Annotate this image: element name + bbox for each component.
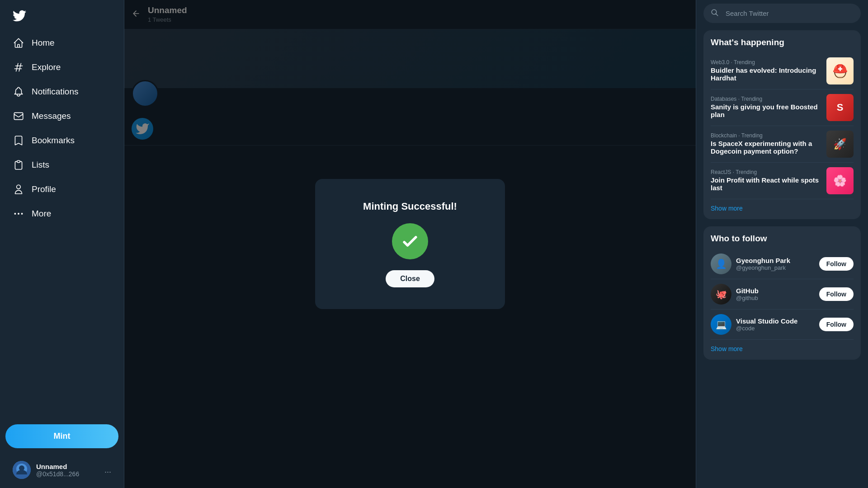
follow-avatar: 👤 [711,253,731,274]
follow-button-vscode[interactable]: Follow [819,318,854,331]
show-more-trending[interactable]: Show more [711,199,854,212]
list-icon [13,159,24,171]
more-icon [13,208,24,220]
trending-item[interactable]: ReactJS · Trending Join Profit with Reac… [711,163,854,199]
sidebar-user[interactable]: Unnamed @0x51d8...266 ... [5,455,118,484]
trending-name: Join Profit with React while spots last [711,176,821,192]
trending-item[interactable]: Blockchain · Trending Is SpaceX experime… [711,126,854,163]
follow-info: Visual Studio Code @code [736,317,815,332]
follow-handle: @github [736,295,815,301]
sidebar-item-lists-label: Lists [32,160,49,170]
twitter-logo[interactable] [5,4,118,30]
avatar [13,461,31,479]
sidebar-item-explore[interactable]: Explore [5,56,118,79]
follow-item: 💻 Visual Studio Code @code Follow [711,310,854,340]
trending-info: Blockchain · Trending Is SpaceX experime… [711,132,821,156]
explore-icon [13,61,24,73]
trending-item[interactable]: Web3.0 · Trending Buidler has evolved: I… [711,53,854,89]
sidebar-item-bookmarks-label: Bookmarks [32,136,75,145]
search-icon [711,9,719,19]
follow-button-github[interactable]: Follow [819,287,854,301]
trending-image: ⛑️ [826,57,854,84]
sidebar-item-more[interactable]: More [5,202,118,225]
follow-item: 🐙 GitHub @github Follow [711,279,854,310]
follow-avatar: 🐙 [711,284,731,305]
modal-title: Minting Successful! [363,201,457,212]
show-more-follow[interactable]: Show more [711,340,854,352]
who-to-follow-widget: Who to follow 👤 Gyeonghun Park @gyeonghu… [703,226,861,360]
trending-item[interactable]: Databases · Trending Sanity is giving yo… [711,89,854,126]
user-handle: @0x51d8...266 [36,470,99,478]
who-to-follow-title: Who to follow [711,234,854,244]
trending-name: Is SpaceX experimenting with a Dogecoin … [711,140,821,155]
search-box [703,4,861,23]
sidebar-nav: Home Explore Notifications Messages [5,32,118,417]
trending-info: ReactJS · Trending Join Profit with Reac… [711,169,821,192]
sidebar-item-messages[interactable]: Messages [5,105,118,127]
trending-image-emoji: 🌸 [833,174,847,187]
trending-category: Blockchain · Trending [711,132,821,139]
follow-name: Visual Studio Code [736,317,815,325]
mint-button[interactable]: Mint [5,424,118,448]
trending-category: Databases · Trending [711,96,821,102]
minting-modal: Minting Successful! Close [315,179,505,309]
trending-category: ReactJS · Trending [711,169,821,175]
follow-info: Gyeonghun Park @gyeonghun_park [736,257,815,271]
trending-name: Sanity is giving you free Boosted plan [711,103,821,118]
search-input[interactable] [703,4,861,23]
whats-happening-widget: What's happening Web3.0 · Trending Buidl… [703,30,861,219]
sidebar-item-notifications[interactable]: Notifications [5,80,118,103]
user-icon [13,183,24,195]
success-check-icon [392,223,428,259]
trending-image-emoji: S [837,102,844,113]
follow-avatar: 💻 [711,314,731,335]
follow-button-gyeonghun[interactable]: Follow [819,257,854,271]
trending-image-emoji: ⛑️ [832,64,848,79]
follow-info: GitHub @github [736,287,815,301]
trending-image-emoji: 🚀 [833,138,847,150]
trending-info: Web3.0 · Trending Buidler has evolved: I… [711,59,821,83]
trending-image: 🌸 [826,167,854,194]
sidebar-item-bookmarks[interactable]: Bookmarks [5,129,118,152]
sidebar-item-notifications-label: Notifications [32,87,79,97]
trending-image: 🚀 [826,131,854,158]
follow-item: 👤 Gyeonghun Park @gyeonghun_park Follow [711,249,854,279]
follow-name: GitHub [736,287,815,295]
trending-name: Buidler has evolved: Introducing Hardhat [711,66,821,82]
sidebar: Home Explore Notifications Messages [0,0,124,488]
modal-overlay: Minting Successful! Close [124,0,696,488]
trending-image: S [826,94,854,121]
user-display-name: Unnamed [36,463,99,470]
bell-icon [13,86,24,98]
user-info: Unnamed @0x51d8...266 [36,463,99,478]
right-sidebar: What's happening Web3.0 · Trending Buidl… [696,0,868,488]
mail-icon [13,110,24,122]
sidebar-item-explore-label: Explore [32,62,61,72]
follow-name: Gyeonghun Park [736,257,815,264]
sidebar-item-home[interactable]: Home [5,32,118,54]
sidebar-item-lists[interactable]: Lists [5,154,118,176]
follow-handle: @code [736,325,815,332]
sidebar-item-profile[interactable]: Profile [5,178,118,201]
whats-happening-title: What's happening [711,38,854,47]
trending-category: Web3.0 · Trending [711,59,821,66]
sidebar-item-messages-label: Messages [32,111,71,121]
follow-handle: @gyeonghun_park [736,264,815,271]
main-content: Unnamed 1 Tweets Minting Successful! Clo… [124,0,696,488]
bookmark-icon [13,135,24,146]
sidebar-item-more-label: More [32,209,51,219]
sidebar-item-profile-label: Profile [32,184,56,194]
sidebar-item-home-label: Home [32,38,55,48]
home-icon [13,37,24,49]
modal-close-button[interactable]: Close [386,270,434,287]
trending-info: Databases · Trending Sanity is giving yo… [711,96,821,119]
user-more-dots[interactable]: ... [104,465,111,475]
